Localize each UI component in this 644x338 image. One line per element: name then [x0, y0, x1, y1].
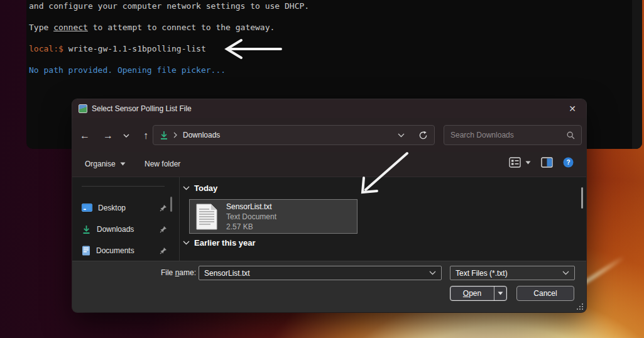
file-type: Text Document — [226, 212, 276, 221]
shell-prompt: local:$ — [29, 44, 68, 53]
terminal-scrollbar[interactable] — [632, 0, 642, 149]
sidebar-item-label: Downloads — [97, 225, 134, 234]
views-chevron-icon — [525, 161, 531, 165]
downloads-location-icon — [160, 131, 168, 140]
file-list-scrollbar[interactable] — [581, 187, 583, 209]
terminal-command-line: local:$ write-gw-1.1-s1bpolling-list — [29, 44, 206, 53]
close-icon[interactable]: ✕ — [564, 101, 581, 116]
address-bar[interactable]: Downloads — [153, 125, 435, 145]
breadcrumb-location[interactable]: Downloads — [183, 131, 220, 139]
sidebar-item-downloads[interactable]: Downloads — [82, 221, 170, 237]
file-open-dialog: Select Sensor Polling List File ✕ ← → ↑ … — [72, 99, 586, 312]
dialog-titlebar[interactable]: Select Sensor Polling List File ✕ — [72, 99, 586, 118]
file-name-input[interactable]: SensorList.txt — [199, 266, 442, 280]
file-name-dropdown-chevron-icon[interactable] — [429, 271, 436, 275]
group-header-today[interactable]: Today — [183, 183, 217, 193]
collapse-chevron-icon — [183, 186, 190, 190]
back-button[interactable]: ← — [78, 129, 92, 143]
open-button[interactable]: Open — [450, 286, 507, 301]
dialog-footer: File name: SensorList.txt Text Files (*.… — [72, 261, 586, 312]
file-type-chevron-icon — [562, 271, 569, 275]
preview-pane-icon — [541, 157, 553, 168]
pin-icon — [160, 247, 167, 254]
new-folder-button[interactable]: New folder — [145, 160, 180, 168]
organise-chevron-icon — [120, 162, 126, 166]
views-icon — [509, 157, 521, 168]
open-dropdown-arrow-icon — [498, 292, 503, 295]
sidebar-item-label: Desktop — [98, 204, 126, 212]
sidebar-item-label: Documents — [96, 246, 134, 255]
group-header-earlier-this-year[interactable]: Earlier this year — [183, 238, 256, 248]
sidebar-divider — [82, 186, 165, 187]
search-box — [444, 125, 582, 145]
preview-pane-button[interactable] — [541, 157, 553, 168]
dialog-content: Desktop Downloads — [72, 177, 586, 261]
navigation-pane: Desktop Downloads — [72, 177, 179, 261]
pin-icon — [160, 226, 167, 233]
sidebar-scrollbar[interactable] — [170, 197, 172, 212]
sidebar-item-documents[interactable]: Documents — [82, 243, 170, 259]
text-file-icon — [196, 204, 217, 230]
recent-locations-chevron-icon[interactable] — [121, 129, 131, 143]
breadcrumb-chevron-icon — [173, 132, 178, 138]
file-name-label: File name: — [97, 268, 196, 277]
file-type-value: Text Files (*.txt) — [456, 269, 508, 278]
dialog-toolbar: Organise New folder — [72, 152, 586, 177]
up-button[interactable]: ↑ — [139, 129, 153, 143]
file-name: SensorList.txt — [226, 202, 276, 211]
svg-text:?: ? — [566, 159, 570, 166]
open-button-main[interactable]: Open — [450, 286, 494, 300]
desktop-icon — [82, 204, 92, 212]
search-input[interactable] — [450, 131, 567, 139]
forward-button[interactable]: → — [101, 129, 115, 143]
dialog-navigation-row: ← → ↑ Downloads — [72, 118, 586, 152]
terminal-line-dhcp: and configure your computer network sett… — [29, 1, 309, 11]
change-view-button[interactable] — [509, 157, 531, 168]
terminal-info-line: No path provided. Opening file picker... — [29, 65, 226, 75]
help-icon: ? — [563, 157, 574, 168]
documents-icon — [82, 246, 90, 256]
sidebar-item-desktop[interactable]: Desktop — [82, 200, 170, 216]
typed-command: write-gw-1.1-s1bpolling-list — [68, 44, 206, 53]
dialog-app-icon — [79, 104, 87, 113]
collapse-chevron-icon — [183, 241, 190, 245]
connect-link[interactable]: connect — [53, 23, 88, 32]
search-icon[interactable] — [567, 131, 575, 139]
cancel-button[interactable]: Cancel — [516, 286, 574, 301]
pin-icon — [160, 204, 167, 212]
file-size: 2.57 KB — [226, 222, 276, 231]
file-name-value: SensorList.txt — [204, 269, 250, 278]
resize-grip[interactable] — [577, 304, 583, 310]
file-type-select[interactable]: Text Files (*.txt) — [450, 266, 575, 280]
file-list-pane: Today SensorList.txt Text Document — [180, 177, 586, 261]
organise-menu-button[interactable]: Organise — [85, 160, 126, 168]
open-split-dropdown[interactable] — [494, 286, 506, 300]
file-item-sensorlist[interactable]: SensorList.txt Text Document 2.57 KB — [189, 199, 357, 234]
refresh-icon[interactable] — [418, 131, 428, 140]
downloads-icon — [82, 225, 91, 234]
help-button[interactable]: ? — [563, 157, 574, 168]
dialog-title: Select Sensor Polling List File — [92, 104, 192, 113]
terminal-line-connect: Type connect to attempt to connect to th… — [29, 23, 275, 32]
address-dropdown-chevron-icon[interactable] — [398, 133, 405, 138]
